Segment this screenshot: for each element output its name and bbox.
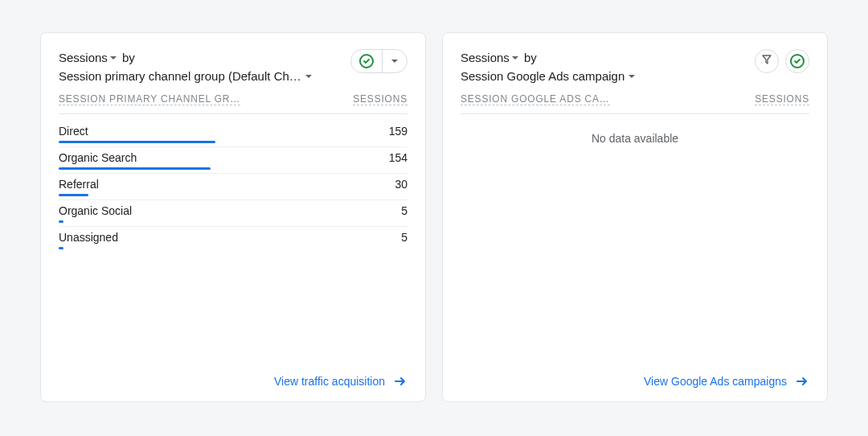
- status-button[interactable]: [785, 49, 809, 73]
- by-label: by: [122, 49, 135, 68]
- caret-down-icon[interactable]: [109, 54, 117, 62]
- row-value: 5: [401, 204, 407, 217]
- card-title-group: Sessions by Session primary channel grou…: [59, 49, 313, 85]
- caret-down-icon[interactable]: [511, 54, 519, 62]
- divider: [59, 113, 407, 114]
- link-label: View Google Ads campaigns: [644, 375, 787, 388]
- table-row[interactable]: Direct 159: [59, 121, 407, 147]
- row-value: 30: [395, 178, 407, 191]
- divider: [461, 113, 809, 114]
- filter-button[interactable]: [755, 49, 779, 73]
- metric-selector[interactable]: Sessions: [59, 49, 108, 68]
- view-google-ads-campaigns-link[interactable]: View Google Ads campaigns: [644, 374, 809, 389]
- table-row[interactable]: Referral 30: [59, 174, 407, 200]
- row-label: Referral: [59, 178, 99, 191]
- filter-icon: [761, 54, 772, 68]
- row-label: Direct: [59, 125, 88, 138]
- caret-down-icon: [391, 57, 399, 65]
- dimension-selector[interactable]: Session primary channel group (Default C…: [59, 68, 301, 86]
- metric-selector[interactable]: Sessions: [461, 49, 510, 68]
- bar-fill: [59, 141, 215, 143]
- metric-column-header[interactable]: SESSIONS: [353, 93, 407, 105]
- metric-column-header[interactable]: SESSIONS: [755, 93, 809, 105]
- no-data-message: No data available: [461, 132, 809, 145]
- bar-fill: [59, 247, 63, 249]
- card-title-group: Sessions by Session Google Ads campaign: [461, 49, 636, 85]
- row-value: 154: [389, 151, 407, 164]
- row-label: Organic Search: [59, 151, 137, 164]
- check-circle-icon: [790, 54, 805, 68]
- data-rows: Direct 159 Organic Search 154 Referral: [59, 121, 407, 249]
- card-footer: View traffic acquisition: [59, 374, 407, 389]
- table-row[interactable]: Organic Search 154: [59, 147, 407, 174]
- bar-fill: [59, 220, 63, 223]
- dimension-selector[interactable]: Session Google Ads campaign: [461, 68, 624, 86]
- dimension-column-header[interactable]: SESSION GOOGLE ADS CA…: [461, 93, 610, 105]
- bar-fill: [59, 194, 88, 196]
- bar-fill: [59, 167, 211, 170]
- card-header: Sessions by Session primary channel grou…: [59, 49, 407, 85]
- arrow-right-icon: [393, 374, 407, 389]
- row-label: Organic Social: [59, 204, 132, 217]
- table-row[interactable]: Unassigned 5: [59, 227, 407, 249]
- caret-down-icon[interactable]: [628, 72, 636, 80]
- by-label: by: [524, 49, 537, 68]
- caret-down-icon[interactable]: [305, 72, 313, 80]
- link-label: View traffic acquisition: [274, 375, 385, 388]
- view-traffic-acquisition-link[interactable]: View traffic acquisition: [274, 374, 407, 389]
- column-headers: SESSION GOOGLE ADS CA… SESSIONS: [461, 93, 809, 109]
- arrow-right-icon: [795, 374, 809, 389]
- google-ads-campaigns-card: Sessions by Session Google Ads campaign: [442, 32, 828, 402]
- row-value: 159: [389, 125, 407, 138]
- card-header: Sessions by Session Google Ads campaign: [461, 49, 809, 85]
- status-dropdown[interactable]: [350, 49, 407, 73]
- row-label: Unassigned: [59, 231, 118, 244]
- traffic-acquisition-card: Sessions by Session primary channel grou…: [40, 32, 426, 402]
- card-footer: View Google Ads campaigns: [461, 374, 809, 389]
- check-circle-icon: [359, 54, 374, 68]
- card-controls: [755, 49, 809, 73]
- dimension-column-header[interactable]: SESSION PRIMARY CHANNEL GR…: [59, 93, 240, 105]
- row-value: 5: [401, 231, 407, 244]
- table-row[interactable]: Organic Social 5: [59, 200, 407, 227]
- column-headers: SESSION PRIMARY CHANNEL GR… SESSIONS: [59, 93, 407, 109]
- card-controls: [350, 49, 407, 73]
